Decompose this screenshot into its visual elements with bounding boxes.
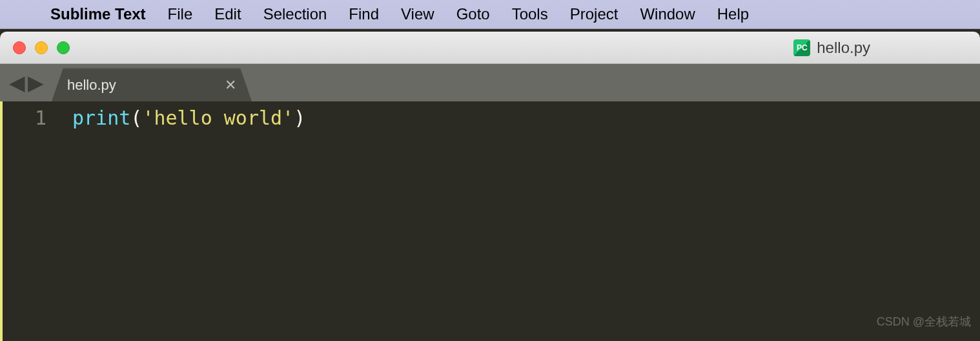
- menu-project[interactable]: Project: [570, 5, 618, 23]
- code-token-func: print: [72, 107, 130, 129]
- tab-nav-back-icon[interactable]: ◀: [9, 72, 25, 93]
- line-number: 1: [3, 104, 46, 132]
- window-minimize-button[interactable]: [35, 41, 48, 54]
- menu-window[interactable]: Window: [640, 5, 695, 23]
- menu-edit[interactable]: Edit: [214, 5, 241, 23]
- macos-menubar: Sublime Text File Edit Selection Find Vi…: [0, 0, 980, 29]
- window-titlebar: PC hello.py: [0, 32, 980, 64]
- window-title-filename: hello.py: [817, 39, 870, 57]
- menu-selection[interactable]: Selection: [263, 5, 327, 23]
- code-token-paren-close: ): [294, 107, 305, 129]
- code-content[interactable]: print('hello world'): [59, 101, 305, 341]
- code-token-string: 'hello world': [142, 107, 294, 129]
- watermark-text: CSDN @全栈若城: [877, 307, 971, 336]
- tab-close-icon[interactable]: ✕: [222, 74, 239, 96]
- window-close-button[interactable]: [13, 41, 26, 54]
- code-token-paren-open: (: [130, 107, 142, 129]
- window-maximize-button[interactable]: [57, 41, 70, 54]
- tab-bar: ◀ ▶ hello.py ✕: [0, 64, 980, 101]
- tab-label: hello.py: [67, 77, 116, 94]
- tab-nav-forward-icon[interactable]: ▶: [28, 72, 44, 93]
- menu-file[interactable]: File: [168, 5, 193, 23]
- menu-tools[interactable]: Tools: [512, 5, 548, 23]
- traffic-lights: [13, 41, 70, 54]
- tab-nav-arrows: ◀ ▶: [0, 64, 54, 101]
- menu-help[interactable]: Help: [717, 5, 749, 23]
- menu-goto[interactable]: Goto: [456, 5, 490, 23]
- tab-hello-py[interactable]: hello.py ✕: [52, 68, 252, 101]
- window-title: PC hello.py: [0, 39, 980, 57]
- line-number-gutter: 1: [0, 101, 59, 341]
- pycharm-file-icon: PC: [793, 39, 810, 56]
- menu-view[interactable]: View: [401, 5, 434, 23]
- menu-find[interactable]: Find: [349, 5, 379, 23]
- menubar-app-name[interactable]: Sublime Text: [50, 5, 146, 23]
- code-editor[interactable]: 1 print('hello world') CSDN @全栈若城: [0, 101, 980, 341]
